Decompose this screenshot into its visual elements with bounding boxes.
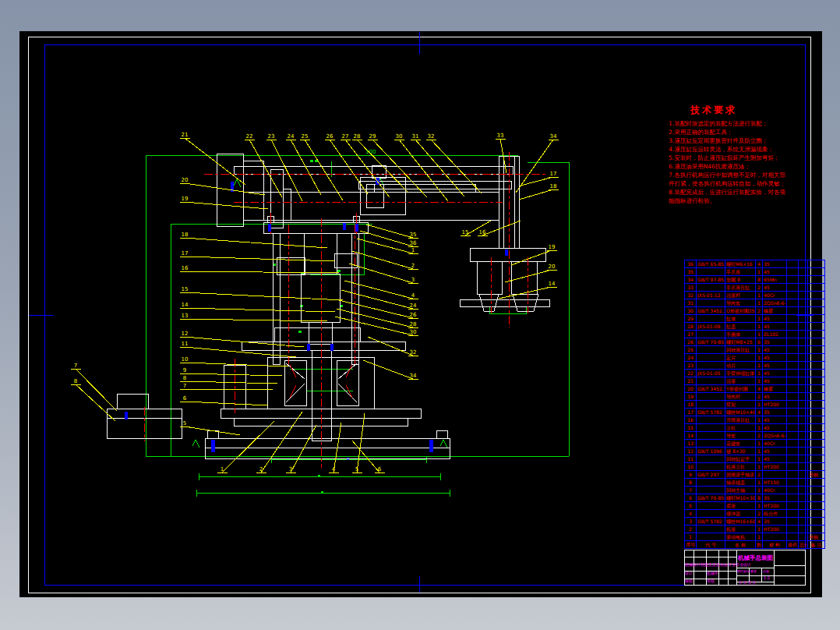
balloon-number: 11 [182, 341, 189, 347]
leader-line [357, 239, 413, 253]
tech-req-line: 件打紧，使各执行机构运转自如，动作灵敏； [669, 179, 817, 188]
bom-cell [799, 502, 808, 510]
bom-row: 26GB/T 70-85螺钉M8×25635 [685, 338, 825, 346]
balloon-number: 34 [410, 373, 417, 379]
bom-cell [808, 362, 825, 370]
bom-cell: 35 [763, 409, 787, 416]
balloon-number: 29 [369, 133, 376, 140]
bom-row: 12GB/T 1096键 8×30145 [685, 448, 825, 455]
bom-cell: ZQSn6-6-3 [763, 432, 787, 440]
balloon-number: 16 [182, 265, 189, 271]
bom-cell [697, 510, 725, 518]
bom-cell [799, 440, 808, 448]
design-label: 设计 [685, 572, 693, 575]
tech-req-line: 3.液压缸应定期更换密封件及防尘圈； [669, 136, 817, 145]
bom-cell: HT200 [763, 463, 787, 471]
bom-cell: 回转液压缸 [725, 346, 756, 354]
bom-cell [799, 432, 808, 440]
balloon-number: 34 [550, 133, 557, 140]
bom-cell [808, 416, 825, 424]
balloon-number: 23 [268, 133, 275, 140]
bom-row: 5底座1HT200 [685, 502, 825, 510]
balloon-number: 32 [410, 349, 417, 356]
bom-cell: 升降液压缸 [725, 416, 756, 424]
bom-cell [697, 346, 725, 354]
bom-cell: 12 [685, 448, 697, 455]
bom-cell: 36 [685, 260, 697, 268]
bom-cell [808, 299, 825, 307]
tech-req-lines: 1.装配时按选定的装配方法进行装配；2.采用正确的装配工具；3.液压缸应定期更换… [669, 119, 817, 205]
bom-cell [808, 292, 825, 299]
bom-cell [787, 377, 799, 385]
bom-cell [808, 354, 825, 362]
bom-cell: JXS-01-05 [697, 370, 725, 377]
bom-cell [799, 338, 808, 346]
bom-cell: 35 [685, 268, 697, 276]
bom-cell: HT200 [763, 526, 787, 533]
bom-cell: 1 [756, 502, 763, 510]
leader-line [516, 140, 553, 193]
bom-cell: 2 [756, 284, 763, 292]
bom-row: 15立柱145 [685, 424, 825, 432]
bom-cell [799, 487, 808, 494]
bom-cell [787, 510, 799, 518]
bom-cell: 26 [685, 338, 697, 346]
bom-cell [808, 370, 825, 377]
balloon-number: 2 [411, 263, 415, 269]
balloon-number: 19 [549, 244, 556, 250]
leader-line [330, 140, 368, 194]
bom-cell [808, 323, 825, 331]
bom-cell: 25 [685, 346, 697, 354]
bom-cell: 机身立柱 [725, 463, 756, 471]
bom-cell [787, 338, 799, 346]
bom-cell: GB/T 70-85 [697, 494, 725, 502]
bom-cell: 1 [756, 268, 763, 276]
balloon-number: 24 [410, 303, 417, 309]
bom-cell [799, 284, 808, 292]
bom-cell [808, 393, 825, 401]
bom-cell: Y形密封圈 [725, 385, 756, 393]
bom-cell: 8 [685, 479, 697, 487]
balloon-number: 1 [411, 247, 415, 253]
bom-cell [799, 393, 808, 401]
leader-line [366, 225, 413, 238]
balloon-number: 13 [182, 313, 189, 319]
balloon-number: 31 [412, 133, 419, 140]
balloon-number: 20 [549, 264, 556, 270]
balloon-number: 25 [302, 133, 309, 140]
leader-line [185, 202, 268, 209]
bom-cell [808, 455, 825, 463]
balloon-number: 35 [410, 232, 417, 238]
bom-header-cell: 数量 [756, 541, 763, 549]
leader-line [291, 425, 316, 472]
bom-cell: 4 [685, 510, 697, 518]
bom-cell [799, 268, 808, 276]
bom-cell: 2 [756, 510, 763, 518]
bom-row: 34GB/T 97-85垫圈 8865Mn [685, 276, 825, 284]
bom-cell [799, 292, 808, 299]
bom-cell [697, 354, 725, 362]
column-assembly [107, 216, 450, 458]
bom-cell: 1 [756, 463, 763, 471]
bom-cell [799, 299, 808, 307]
bom-cell: 臂架 [725, 401, 756, 409]
balloon-number: 20 [182, 177, 189, 183]
cad-screenshot-page: { "window": {"bg_top":"#8693a8","bg_bott… [0, 0, 840, 630]
bom-cell: 23 [685, 362, 697, 370]
bom-cell: 手腕体 [725, 331, 756, 338]
bom-cell [799, 526, 808, 533]
bom-cell: 9 [685, 471, 697, 479]
bom-cell [763, 533, 787, 541]
project-name: 机械设计制造及其自动化专业毕业设计 [685, 563, 751, 567]
bom-cell: 8 [756, 494, 763, 502]
bom-cell: 立柱 [725, 424, 756, 432]
dimension-label: 100 [365, 149, 376, 155]
bom-cell: 40Cr [763, 440, 787, 448]
bom-cell: 14 [685, 432, 697, 440]
leader-line [185, 183, 265, 195]
bom-cell [787, 307, 799, 315]
bom-cell [787, 393, 799, 401]
bom-header-cell: 材 料 [763, 541, 787, 549]
bom-cell: 5 [685, 502, 697, 510]
balloon-annotations: 2122232425262728293031323334201918171615… [71, 132, 559, 472]
